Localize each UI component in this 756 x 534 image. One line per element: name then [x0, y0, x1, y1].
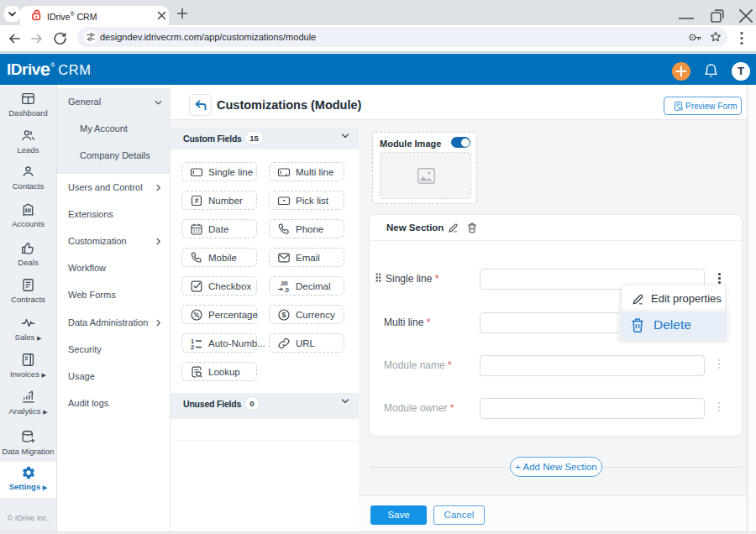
svg-text:#: #: [195, 196, 199, 205]
svg-text:$: $: [281, 311, 286, 319]
svg-text:.00: .00: [280, 280, 288, 286]
svg-text:2: 2: [191, 343, 194, 350]
svg-text:.0: .0: [284, 287, 289, 293]
